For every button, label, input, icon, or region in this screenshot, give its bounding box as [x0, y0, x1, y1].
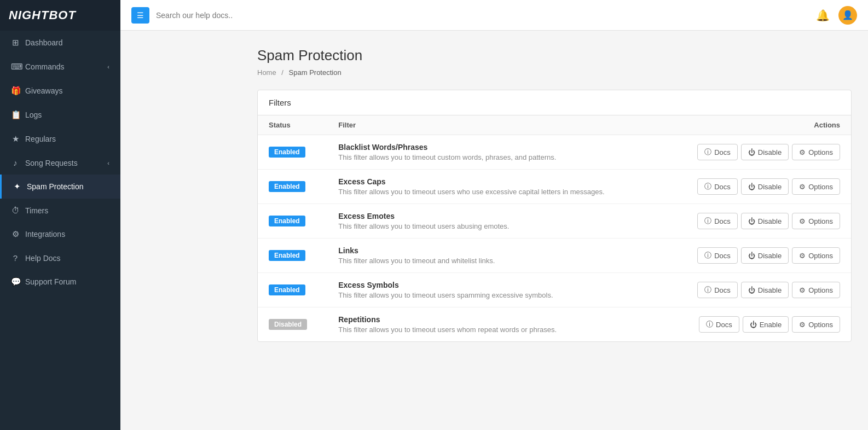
status-cell: Enabled [258, 170, 327, 204]
filter-info-cell: Repetitions This filter allows you to ti… [327, 307, 661, 342]
breadcrumb-home[interactable]: Home [257, 68, 276, 77]
filter-name: Repetitions [338, 315, 650, 324]
status-badge: Enabled [269, 181, 305, 192]
options-button[interactable]: ⚙ Options [792, 178, 840, 195]
button-label: Disable [758, 148, 782, 156]
breadcrumb: Home / Spam Protection [257, 68, 852, 77]
button-label: Disable [758, 286, 782, 294]
disable-button[interactable]: ⏻ Disable [741, 247, 789, 264]
logs-icon: 📋 [11, 110, 20, 120]
sidebar-item-integrations[interactable]: ⚙ Integrations [0, 222, 120, 246]
table-row: Enabled Excess Symbols This filter allow… [258, 273, 851, 307]
filters-panel: Filters Status Filter Actions Enabled Bl… [257, 90, 852, 342]
regulars-icon: ★ [11, 134, 20, 144]
options-button[interactable]: ⚙ Options [792, 144, 840, 160]
sidebar-item-spam-protection[interactable]: ✦ Spam Protection [0, 175, 120, 199]
sidebar-item-label: Help Docs [25, 254, 61, 263]
sidebar-item-logs[interactable]: 📋 Logs [0, 103, 120, 127]
docs-button[interactable]: ⓘ Docs [697, 282, 738, 298]
sidebar-item-song-requests[interactable]: ♪ Song Requests ‹ [0, 151, 120, 175]
filters-heading: Filters [258, 90, 851, 115]
table-row: Enabled Links This filter allows you to … [258, 239, 851, 273]
docs-button[interactable]: ⓘ Docs [697, 213, 738, 229]
status-cell: Enabled [258, 204, 327, 239]
table-row: Enabled Excess Emotes This filter allows… [258, 204, 851, 239]
table-row: Enabled Blacklist Words/Phrases This fil… [258, 135, 851, 170]
main-content: Spam Protection Home / Spam Protection F… [241, 31, 868, 430]
options-button[interactable]: ⚙ Options [792, 247, 840, 264]
sidebar-item-label: Commands [25, 62, 65, 71]
sidebar-item-label: Giveaways [25, 86, 62, 95]
filter-description: This filter allows you to timeout custom… [338, 153, 650, 161]
sidebar-item-regulars[interactable]: ★ Regulars [0, 127, 120, 151]
action-buttons-group: ⓘ Docs⏻ Disable⚙ Options [672, 213, 840, 229]
button-label: Docs [716, 321, 732, 329]
disable-button[interactable]: ⏻ Disable [741, 144, 789, 160]
disable-button[interactable]: ⏻ Disable [741, 213, 789, 229]
button-label: Enable [760, 321, 782, 329]
sidebar-item-support-forum[interactable]: 💬 Support Forum [0, 270, 120, 294]
actions-cell: ⓘ Docs⏻ Enable⚙ Options [661, 307, 851, 342]
docs-icon: ⓘ [704, 182, 711, 191]
button-label: Docs [714, 183, 731, 191]
button-label: Docs [714, 148, 731, 156]
sidebar-item-commands[interactable]: ⌨ Commands ‹ [0, 55, 120, 79]
chevron-icon: ‹ [107, 160, 109, 166]
docs-button[interactable]: ⓘ Docs [697, 178, 738, 195]
notifications-bell-icon[interactable]: 🔔 [816, 9, 830, 22]
power-icon: ⏻ [748, 217, 755, 225]
options-button[interactable]: ⚙ Options [792, 316, 840, 333]
enable-button[interactable]: ⏻ Enable [743, 316, 789, 333]
options-button[interactable]: ⚙ Options [792, 213, 840, 229]
sidebar-item-help-docs[interactable]: ? Help Docs [0, 246, 120, 270]
power-icon: ⏻ [748, 148, 755, 156]
disable-button[interactable]: ⏻ Disable [741, 178, 789, 195]
options-button[interactable]: ⚙ Options [792, 282, 840, 298]
docs-button[interactable]: ⓘ Docs [697, 247, 738, 264]
timers-icon: ⏱ [11, 206, 20, 215]
cog-icon: ⚙ [799, 183, 806, 191]
sidebar-item-giveaways[interactable]: 🎁 Giveaways [0, 79, 120, 103]
col-filter: Filter [327, 115, 661, 135]
button-label: Docs [714, 252, 731, 260]
power-icon: ⏻ [748, 286, 755, 294]
button-label: Disable [758, 183, 782, 191]
status-cell: Enabled [258, 239, 327, 273]
filter-description: This filter allows you to timeout users … [338, 188, 650, 196]
app-logo: NIGHTBOT [0, 0, 120, 31]
action-buttons-group: ⓘ Docs⏻ Disable⚙ Options [672, 247, 840, 264]
search-input[interactable] [156, 11, 809, 20]
button-label: Options [808, 252, 833, 260]
giveaways-icon: 🎁 [11, 86, 20, 96]
filter-description: This filter allows you to timeout users … [338, 222, 650, 230]
filter-info-cell: Links This filter allows you to timeout … [327, 239, 661, 273]
power-icon: ⏻ [748, 183, 755, 191]
col-actions: Actions [661, 115, 851, 135]
status-badge: Enabled [269, 250, 305, 261]
button-label: Docs [714, 217, 731, 225]
filter-description: This filter allows you to timeout users … [338, 326, 650, 334]
sidebar-item-label: Support Forum [25, 277, 76, 286]
user-avatar[interactable]: 👤 [838, 6, 857, 25]
power-icon: ⏻ [748, 252, 755, 260]
docs-button[interactable]: ⓘ Docs [697, 144, 738, 160]
cog-icon: ⚙ [799, 321, 806, 329]
button-label: Options [808, 183, 833, 191]
docs-button[interactable]: ⓘ Docs [699, 316, 739, 333]
filter-name: Excess Caps [338, 177, 650, 186]
status-cell: Disabled [258, 307, 327, 342]
menu-button[interactable]: ☰ [131, 7, 149, 24]
docs-icon: ⓘ [704, 147, 711, 157]
actions-cell: ⓘ Docs⏻ Disable⚙ Options [661, 135, 851, 170]
power-icon: ⏻ [750, 321, 757, 329]
disable-button[interactable]: ⏻ Disable [741, 282, 789, 298]
sidebar-item-dashboard[interactable]: ⊞ Dashboard [0, 31, 120, 55]
button-label: Docs [714, 286, 731, 294]
sidebar-item-label: Logs [25, 111, 42, 119]
sidebar-item-label: Dashboard [25, 38, 63, 47]
commands-icon: ⌨ [11, 62, 20, 72]
table-row: Disabled Repetitions This filter allows … [258, 307, 851, 342]
integrations-icon: ⚙ [11, 229, 20, 239]
topbar: ☰ 🔔 👤 [120, 0, 868, 31]
sidebar-item-timers[interactable]: ⏱ Timers [0, 199, 120, 222]
